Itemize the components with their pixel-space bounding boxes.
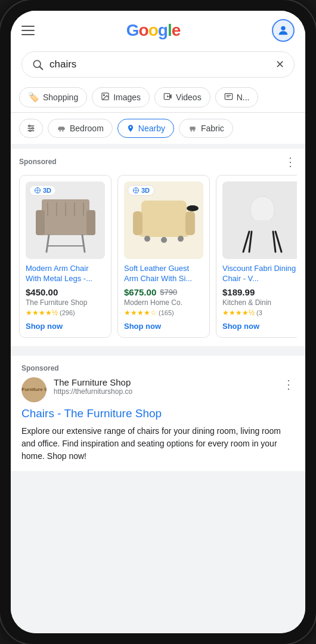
product-price-3: $189.99 bbox=[222, 287, 255, 297]
badge-3d-2: 3D bbox=[128, 185, 154, 196]
section-divider-1 bbox=[11, 144, 305, 149]
ad-title[interactable]: Chairs - The Furniture Shop bbox=[21, 407, 295, 420]
price-row-3: $189.99 bbox=[222, 287, 297, 297]
price-row-1: $450.00 bbox=[26, 287, 105, 297]
shop-name-3: Kitchen & Dinin bbox=[222, 298, 297, 307]
svg-rect-23 bbox=[193, 130, 194, 132]
svg-rect-46 bbox=[250, 196, 274, 223]
ad-url: https://thefurniturshop.co bbox=[54, 387, 275, 396]
bedroom-chip-label: Bedroom bbox=[70, 124, 104, 133]
tab-videos-label: Videos bbox=[176, 93, 202, 102]
tab-videos[interactable]: Videos bbox=[154, 87, 210, 107]
product-price-2: $675.00 bbox=[124, 287, 156, 297]
svg-rect-25 bbox=[42, 217, 89, 235]
svg-rect-17 bbox=[60, 130, 61, 132]
sponsored-products-section: Sponsored ⋮ 3D bbox=[11, 149, 305, 346]
shop-name-1: The Furniture Shop bbox=[26, 298, 105, 307]
filter-sliders-icon bbox=[26, 124, 36, 133]
news-icon bbox=[224, 92, 233, 103]
svg-rect-28 bbox=[86, 210, 95, 235]
bedroom-chair-icon bbox=[57, 124, 66, 133]
product-title-1: Modern Arm Chair With Metal Legs -... bbox=[26, 264, 105, 284]
search-bar[interactable]: ✕ bbox=[21, 51, 295, 78]
product-price-original-2: $790 bbox=[160, 288, 177, 297]
ad-description: Explore our extensive range of chairs fo… bbox=[21, 425, 295, 463]
stars-row-1: ★★★★½ (296) bbox=[26, 309, 105, 317]
phone-screen: Google ✕ bbox=[11, 11, 305, 633]
ad-more-button[interactable]: ⋮ bbox=[283, 377, 295, 392]
shop-now-button-3[interactable]: Shop now bbox=[222, 322, 259, 331]
nearby-chip-label: Nearby bbox=[138, 124, 165, 133]
section-divider-2 bbox=[11, 346, 305, 351]
shop-now-button-1[interactable]: Shop now bbox=[26, 322, 63, 331]
filter-fabric-chip[interactable]: Fabric bbox=[179, 119, 233, 138]
videos-icon bbox=[163, 92, 172, 103]
chair-illustration-1 bbox=[30, 187, 101, 253]
shop-logo: The Furniture Shop bbox=[21, 377, 47, 402]
filter-nearby-chip[interactable]: Nearby bbox=[117, 119, 174, 138]
ad-header: The Furniture Shop The Furniture Shop ht… bbox=[21, 377, 295, 402]
svg-line-29 bbox=[47, 235, 49, 252]
menu-icon[interactable] bbox=[21, 26, 35, 35]
svg-point-13 bbox=[29, 125, 30, 127]
svg-rect-18 bbox=[62, 130, 63, 132]
tab-shopping[interactable]: 🏷️ Shopping bbox=[19, 87, 87, 107]
svg-point-43 bbox=[144, 236, 150, 242]
ad-info: The Furniture Shop https://thefurnitursh… bbox=[54, 377, 275, 396]
screen-content: Google ✕ bbox=[11, 11, 305, 633]
filter-chips-row: Bedroom Nearby Fabric bbox=[11, 113, 305, 144]
svg-rect-40 bbox=[133, 211, 142, 235]
location-pin-icon bbox=[126, 124, 135, 133]
product-image-3 bbox=[222, 181, 297, 259]
svg-text:The Furniture Shop: The Furniture Shop bbox=[21, 387, 47, 392]
product-cards-row: 3D bbox=[19, 175, 297, 338]
nav-tabs: 🏷️ Shopping Images bbox=[11, 85, 305, 113]
svg-line-50 bbox=[249, 232, 252, 252]
shop-now-button-2[interactable]: Shop now bbox=[124, 322, 161, 331]
svg-rect-47 bbox=[244, 220, 280, 232]
svg-line-30 bbox=[82, 235, 85, 252]
svg-rect-41 bbox=[185, 211, 195, 235]
svg-marker-6 bbox=[167, 95, 169, 98]
tab-news[interactable]: N... bbox=[215, 87, 259, 107]
svg-rect-22 bbox=[191, 130, 192, 132]
google-logo: Google bbox=[126, 21, 180, 40]
svg-rect-16 bbox=[58, 127, 64, 130]
images-icon bbox=[101, 92, 110, 103]
product-card-1[interactable]: 3D bbox=[19, 175, 111, 338]
svg-point-42 bbox=[187, 205, 199, 211]
shopping-icon: 🏷️ bbox=[28, 92, 39, 103]
filter-settings-chip[interactable] bbox=[19, 119, 43, 138]
svg-line-49 bbox=[275, 232, 281, 252]
star-rating-3: ★★★★½ bbox=[222, 309, 255, 317]
tab-images-label: Images bbox=[113, 93, 141, 102]
review-count-3: (3 bbox=[256, 309, 262, 316]
chair-illustration-3 bbox=[227, 187, 298, 253]
svg-rect-38 bbox=[139, 220, 189, 237]
filter-bedroom-chip[interactable]: Bedroom bbox=[48, 119, 113, 138]
stars-row-3: ★★★★½ (3 bbox=[222, 309, 297, 317]
shop-name-2: Modern Home Co. bbox=[124, 298, 203, 307]
product-card-3[interactable]: Viscount Fabri Dining Chair - V... $189.… bbox=[216, 175, 297, 338]
tab-images[interactable]: Images bbox=[92, 87, 150, 107]
ad-shop-name: The Furniture Shop bbox=[54, 377, 275, 387]
search-bar-section: ✕ bbox=[11, 47, 305, 85]
review-count-2: (165) bbox=[159, 309, 174, 316]
fabric-chip-label: Fabric bbox=[201, 124, 224, 133]
search-icon bbox=[32, 58, 44, 70]
star-rating-2: ★★★★☆ bbox=[124, 309, 157, 317]
product-title-3: Viscount Fabri Dining Chair - V... bbox=[222, 264, 297, 284]
svg-line-51 bbox=[273, 232, 275, 252]
sponsored-more-button[interactable]: ⋮ bbox=[284, 155, 297, 169]
svg-line-48 bbox=[243, 232, 249, 252]
user-avatar[interactable] bbox=[272, 19, 295, 42]
price-row-2: $675.00 $790 bbox=[124, 287, 203, 297]
search-input[interactable] bbox=[49, 58, 269, 70]
svg-point-45 bbox=[161, 237, 167, 243]
sponsored-header: Sponsored ⋮ bbox=[19, 155, 297, 169]
product-card-2[interactable]: 3D bbox=[117, 175, 210, 338]
review-count-1: (296) bbox=[60, 309, 75, 316]
svg-point-0 bbox=[281, 26, 285, 30]
clear-search-button[interactable]: ✕ bbox=[275, 58, 284, 71]
svg-rect-27 bbox=[36, 210, 45, 235]
